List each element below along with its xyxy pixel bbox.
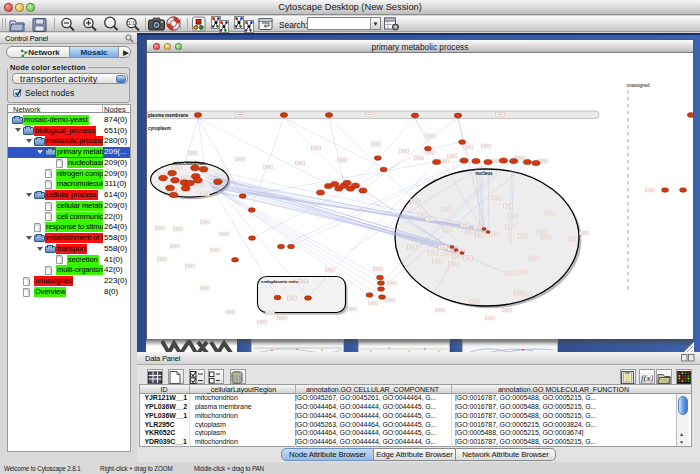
- svg-text:cytoplasm: cytoplasm: [148, 126, 171, 131]
- svg-text:f(x): f(x): [641, 373, 653, 383]
- svg-text:unassigned: unassigned: [627, 83, 651, 88]
- svg-text:plasma membrane: plasma membrane: [148, 113, 189, 118]
- svg-text:1:1: 1:1: [128, 20, 135, 26]
- svg-text:nucleus: nucleus: [475, 171, 493, 176]
